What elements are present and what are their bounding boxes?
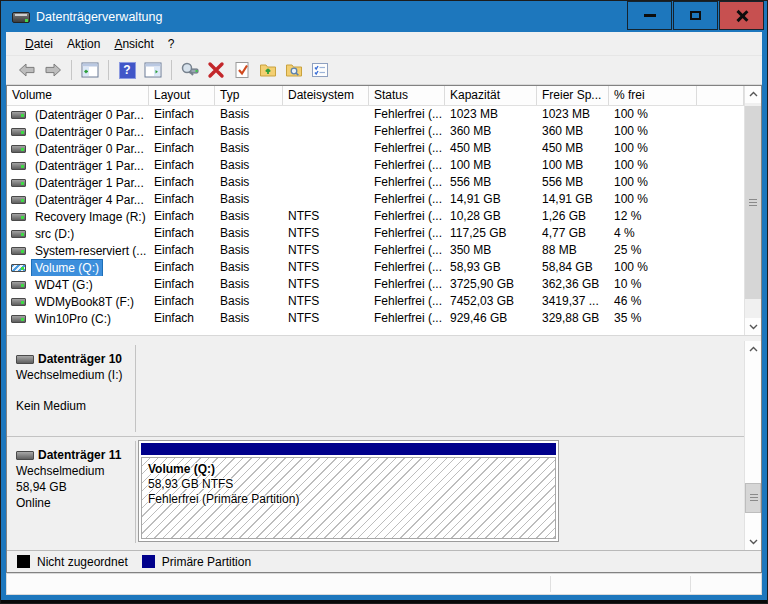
cell-status: Fehlerfrei (... [369, 276, 445, 293]
scrollbar-down-icon[interactable] [745, 533, 761, 550]
cell-dateisystem [283, 157, 369, 174]
volume-icon [11, 247, 26, 255]
toolbar-separator [171, 60, 172, 80]
forward-icon[interactable] [41, 58, 65, 82]
volume-name: Recovery Image (R:) [31, 208, 149, 225]
menu-aktion[interactable]: Aktion [60, 35, 107, 53]
table-row[interactable]: System-reserviert (... Einfach Basis NTF… [7, 242, 744, 259]
show-console-tree-icon[interactable] [78, 58, 102, 82]
volume-icon [11, 213, 26, 221]
menu-ansicht[interactable]: Ansicht [107, 35, 160, 53]
cell-layout: Einfach [149, 225, 215, 242]
cell-prozent-frei: 35 % [609, 310, 697, 327]
menu-help[interactable]: ? [161, 35, 182, 53]
table-row[interactable]: (Datenträger 0 Par... Einfach Basis Fehl… [7, 140, 744, 157]
maximize-button[interactable] [673, 1, 718, 30]
partition-color-bar [141, 443, 556, 455]
cell-freier-speicher: 3419,37 ... [537, 293, 609, 310]
cell-typ: Basis [215, 208, 283, 225]
volume-icon [11, 162, 26, 170]
check-document-icon[interactable] [230, 58, 254, 82]
column-header-dateisystem[interactable]: Dateisystem [283, 86, 369, 105]
disk-10-info[interactable]: Datenträger 10 Wechselmedium (I:) Kein M… [10, 345, 136, 432]
column-header-layout[interactable]: Layout [149, 86, 215, 105]
table-row[interactable]: Volume (Q:) Einfach Basis NTFS Fehlerfre… [7, 259, 744, 276]
table-row[interactable]: (Datenträger 1 Par... Einfach Basis Fehl… [7, 157, 744, 174]
column-header-status[interactable]: Status [369, 86, 445, 105]
volume-name: (Datenträger 1 Par... [31, 157, 148, 174]
cell-dateisystem: NTFS [283, 293, 369, 310]
maximize-icon [690, 11, 701, 20]
table-row[interactable]: (Datenträger 4 Par... Einfach Basis Fehl… [7, 191, 744, 208]
volume-list-scrollbar[interactable] [744, 86, 761, 335]
delete-icon[interactable] [204, 58, 228, 82]
close-icon [736, 10, 747, 21]
partition-size: 58,93 GB NTFS [148, 477, 555, 492]
cell-typ: Basis [215, 191, 283, 208]
cell-freier-speicher: 329,88 GB [537, 310, 609, 327]
disk-name: Datenträger 11 [38, 447, 121, 463]
cell-kapazitaet: 117,25 GB [445, 225, 537, 242]
cell-layout: Einfach [149, 208, 215, 225]
column-header-typ[interactable]: Typ [215, 86, 283, 105]
cell-typ: Basis [215, 174, 283, 191]
cell-status: Fehlerfrei (... [369, 191, 445, 208]
show-action-pane-icon[interactable] [141, 58, 165, 82]
table-row[interactable]: Recovery Image (R:) Einfach Basis NTFS F… [7, 208, 744, 225]
disk-11-info[interactable]: Datenträger 11 Wechselmedium 58,94 GB On… [10, 441, 136, 543]
table-row[interactable]: (Datenträger 0 Par... Einfach Basis Fehl… [7, 106, 744, 123]
disk-icon [16, 451, 34, 460]
column-header-freier-sp[interactable]: Freier Sp... [537, 86, 609, 105]
cell-freier-speicher: 100 MB [537, 157, 609, 174]
column-header-kapazitaet[interactable]: Kapazität [445, 86, 537, 105]
column-header-volume[interactable]: Volume [7, 86, 149, 105]
volume-icon [11, 145, 26, 153]
minimize-button[interactable] [627, 1, 672, 30]
window-title: Datenträgerverwaltung [36, 10, 162, 24]
menu-datei[interactable]: Datei [18, 35, 60, 53]
legend-primary-swatch [142, 555, 155, 568]
cell-layout: Einfach [149, 123, 215, 140]
cell-prozent-frei: 100 % [609, 140, 697, 157]
table-row[interactable]: (Datenträger 0 Par... Einfach Basis Fehl… [7, 123, 744, 140]
back-icon[interactable] [15, 58, 39, 82]
disk-management-window: Datenträgerverwaltung Datei Aktion Ansic… [0, 0, 768, 604]
cell-layout: Einfach [149, 191, 215, 208]
disk-pane-scrollbar[interactable] [744, 341, 761, 550]
scrollbar-up-icon[interactable] [745, 341, 761, 358]
cell-kapazitaet: 450 MB [445, 140, 537, 157]
volume-name: System-reserviert (... [31, 242, 149, 259]
table-row[interactable]: (Datenträger 1 Par... Einfach Basis Fehl… [7, 174, 744, 191]
cell-dateisystem [283, 140, 369, 157]
cell-status: Fehlerfrei (... [369, 293, 445, 310]
table-row[interactable]: src (D:) Einfach Basis NTFS Fehlerfrei (… [7, 225, 744, 242]
scrollbar-down-icon[interactable] [745, 318, 761, 335]
volume-name: WD4T (G:) [31, 276, 97, 293]
scrollbar-thumb[interactable] [745, 106, 761, 299]
statusbar [6, 573, 762, 595]
help-icon[interactable]: ? [115, 58, 139, 82]
column-header-pct-frei[interactable]: % frei [609, 86, 697, 105]
folder-search-icon[interactable] [282, 58, 306, 82]
partition-body[interactable]: Volume (Q:) 58,93 GB NTFS Fehlerfrei (Pr… [141, 457, 556, 539]
partition-q[interactable]: Volume (Q:) 58,93 GB NTFS Fehlerfrei (Pr… [138, 440, 559, 542]
table-row[interactable]: WD4T (G:) Einfach Basis NTFS Fehlerfrei … [7, 276, 744, 293]
cell-status: Fehlerfrei (... [369, 242, 445, 259]
folder-up-icon[interactable] [256, 58, 280, 82]
cell-layout: Einfach [149, 106, 215, 123]
disk-status: Kein Medium [16, 398, 131, 414]
cell-freier-speicher: 556 MB [537, 174, 609, 191]
cell-dateisystem [283, 174, 369, 191]
scrollbar-up-icon[interactable] [745, 86, 761, 103]
checklist-icon[interactable] [308, 58, 332, 82]
close-button[interactable] [719, 1, 764, 30]
cell-layout: Einfach [149, 293, 215, 310]
table-row[interactable]: WDMyBook8T (F:) Einfach Basis NTFS Fehle… [7, 293, 744, 310]
disk-properties-icon[interactable] [178, 58, 202, 82]
cell-typ: Basis [215, 310, 283, 327]
cell-kapazitaet: 360 MB [445, 123, 537, 140]
volume-name: Volume (Q:) [31, 259, 103, 276]
table-row[interactable]: Win10Pro (C:) Einfach Basis NTFS Fehlerf… [7, 310, 744, 327]
scrollbar-thumb[interactable] [745, 483, 761, 513]
volume-name: src (D:) [31, 225, 78, 242]
